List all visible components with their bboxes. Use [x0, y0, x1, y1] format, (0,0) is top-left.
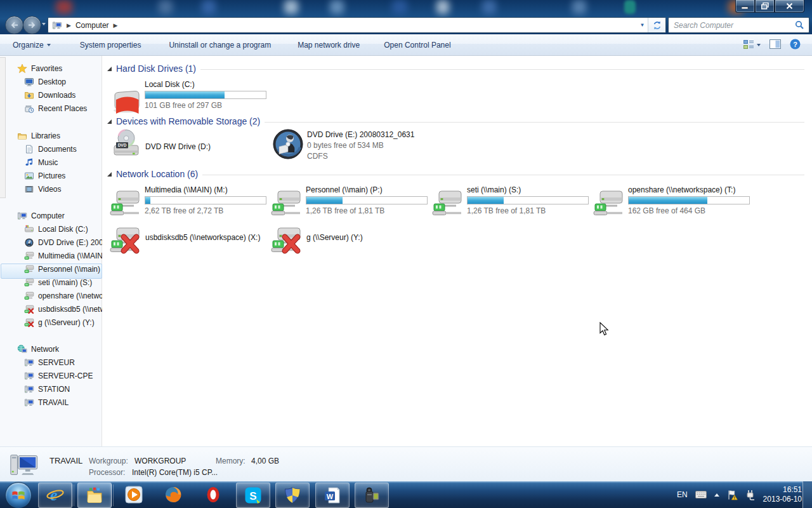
taskbar-internet-explorer[interactable]: e	[38, 483, 72, 508]
drive-name: seti (\\main) (S:)	[467, 185, 589, 194]
memory-label: Memory:	[216, 457, 246, 465]
documents-icon	[24, 144, 34, 154]
workgroup-value: WORKGROUP	[134, 457, 186, 465]
collapse-triangle-icon[interactable]	[107, 67, 112, 71]
taskbar-firefox[interactable]	[157, 483, 190, 507]
search-box[interactable]: Search Computer	[668, 17, 809, 33]
command-toolbar: Organize System properties Uninstall or …	[0, 34, 812, 56]
close-button[interactable]	[775, 0, 804, 13]
clock[interactable]: 16:51 2013-06-10	[763, 485, 802, 504]
restore-button[interactable]	[755, 0, 775, 13]
search-input[interactable]: Search Computer	[669, 21, 795, 30]
taskbar-windows-explorer[interactable]	[77, 483, 112, 508]
action-center-flag-icon[interactable]	[727, 490, 738, 500]
explorer-main: Favorites Desktop Downloads Recent Place…	[0, 56, 812, 446]
chevron-down-icon	[757, 44, 761, 46]
group-header-hard-disk-drives[interactable]: Hard Disk Drives (1)	[107, 63, 804, 74]
computer-name: TRAVAIL	[49, 456, 82, 465]
refresh-icon	[653, 21, 662, 30]
disconnected-network-drive-icon	[271, 224, 303, 255]
address-dropdown-button[interactable]: ▼	[637, 18, 648, 32]
preview-pane-icon	[769, 39, 781, 49]
forward-arrow-icon	[28, 22, 36, 29]
system-tray: EN 16:51 2013-06-10	[677, 481, 802, 508]
map-network-drive-button[interactable]: Map network drive	[289, 37, 369, 53]
drive-name: Personnel (\\main) (P:)	[306, 185, 428, 194]
network-drive-icon	[24, 264, 34, 274]
refresh-button[interactable]	[648, 18, 665, 32]
network-computer-icon	[24, 358, 34, 368]
desktop-blur-blob	[482, 0, 496, 14]
word-icon: W	[324, 486, 341, 504]
free-space-label: 2,62 TB free of 2,72 TB	[145, 206, 266, 215]
organize-button[interactable]: Organize	[4, 37, 60, 53]
taskbar-camcorder[interactable]	[355, 483, 389, 508]
nav-scrollbar-thumb[interactable]	[0, 57, 6, 198]
taskbar-word[interactable]: W	[315, 483, 350, 508]
taskbar-opera[interactable]	[197, 483, 230, 507]
group-header-removable-storage[interactable]: Devices with Removable Storage (2)	[107, 116, 804, 127]
hard-disk-icon	[24, 224, 34, 234]
desktop-blur-blob	[159, 0, 173, 14]
organize-label: Organize	[13, 41, 44, 50]
computer-icon	[17, 211, 27, 221]
desktop-blur-blob	[436, 0, 449, 14]
drive-name: Local Disk (C:)	[145, 80, 266, 89]
desktop-screen: ▶ Computer ▶ ▼ Search Com	[0, 0, 812, 508]
network-icon	[17, 344, 27, 354]
language-indicator[interactable]: EN	[677, 490, 688, 499]
folder-icon	[86, 486, 103, 504]
back-button[interactable]	[5, 16, 23, 34]
network-drive-icon	[24, 291, 34, 301]
desktop-blur-blob	[330, 0, 344, 14]
collapse-triangle-icon[interactable]	[107, 119, 112, 124]
forward-button[interactable]	[23, 16, 41, 34]
breadcrumb-arrow-icon[interactable]: ▶	[114, 22, 118, 29]
views-icon	[743, 40, 754, 50]
group-rule	[265, 122, 804, 123]
open-control-panel-button[interactable]: Open Control Panel	[375, 37, 459, 53]
power-plug-icon[interactable]	[745, 490, 756, 500]
system-properties-button[interactable]: System properties	[71, 37, 150, 53]
start-button[interactable]	[5, 482, 32, 508]
group-header-network-location[interactable]: Network Location (6)	[107, 168, 804, 180]
breadcrumb-computer[interactable]: Computer	[75, 21, 109, 30]
memory-value: 4,00 GB	[251, 457, 279, 465]
search-icon[interactable]	[795, 20, 804, 30]
navigation-pane: Favorites Desktop Downloads Recent Place…	[0, 56, 102, 446]
drive-name: DVD Drive (E:) 20080312_0631	[307, 130, 414, 139]
videos-icon	[24, 184, 34, 194]
uninstall-program-button[interactable]: Uninstall or change a program	[160, 37, 280, 53]
recent-pages-dropdown[interactable]	[42, 23, 46, 25]
help-icon: ?	[790, 39, 801, 50]
change-view-button[interactable]	[743, 40, 761, 50]
file-list-pane: Hard Disk Drives (1) Local Disk (C:) 101…	[102, 56, 812, 446]
back-arrow-icon	[10, 22, 18, 29]
camcorder-icon	[363, 486, 381, 504]
help-button[interactable]: ?	[790, 39, 801, 51]
minimize-button[interactable]	[735, 0, 755, 13]
keyboard-icon[interactable]	[695, 490, 707, 499]
desktop-blur-blob	[572, 0, 586, 14]
dvd-rw-drive-icon	[110, 128, 141, 160]
desktop-blur-blob	[624, 0, 636, 14]
close-icon	[786, 3, 793, 10]
collapse-triangle-icon[interactable]	[107, 172, 112, 177]
mouse-cursor	[599, 322, 610, 337]
preview-pane-button[interactable]	[769, 39, 781, 51]
address-bar[interactable]: ▶ Computer ▶ ▼	[48, 17, 666, 33]
taskbar-windows-media-player[interactable]	[117, 483, 150, 507]
network-computer-icon	[24, 384, 34, 394]
processor-label: Processor:	[89, 468, 125, 477]
show-desktop-button[interactable]	[802, 481, 812, 508]
free-space-label: 162 GB free of 464 GB	[628, 206, 750, 215]
taskbar-skype[interactable]: S	[236, 483, 270, 508]
computer-icon	[52, 20, 62, 30]
group-header-label: Hard Disk Drives (1)	[116, 64, 196, 74]
shield-icon	[284, 486, 301, 504]
hard-disk-icon	[110, 83, 141, 114]
desktop-blur-blob	[56, 0, 72, 14]
drive-name: openshare (\\networkspace) (T:)	[628, 185, 750, 194]
show-hidden-icons-button[interactable]	[714, 493, 719, 497]
taskbar-security-shield[interactable]	[275, 483, 310, 508]
